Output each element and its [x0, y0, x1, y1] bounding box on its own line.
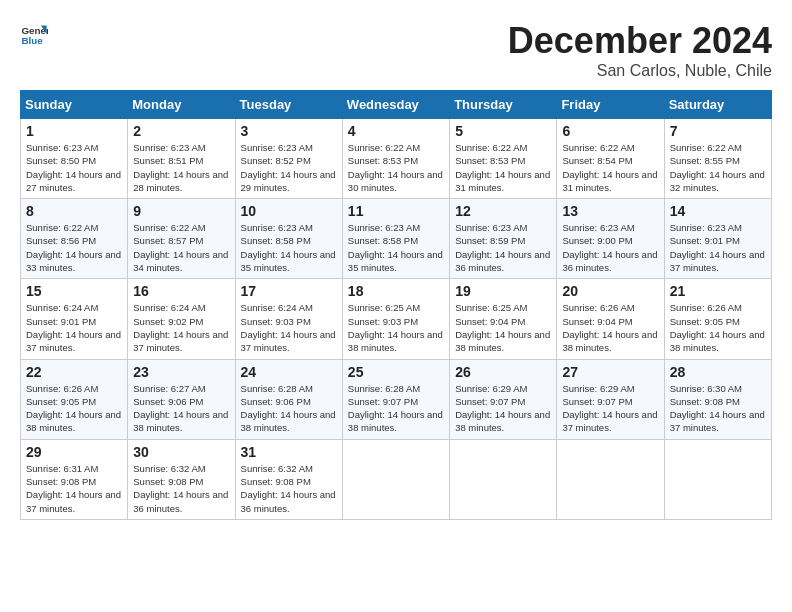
calendar-cell: 4Sunrise: 6:22 AM Sunset: 8:53 PM Daylig… — [342, 119, 449, 199]
day-number: 29 — [26, 444, 122, 460]
calendar-header-row: Sunday Monday Tuesday Wednesday Thursday… — [21, 91, 772, 119]
svg-text:Blue: Blue — [21, 35, 43, 46]
calendar-cell: 28Sunrise: 6:30 AM Sunset: 9:08 PM Dayli… — [664, 359, 771, 439]
calendar-cell — [664, 439, 771, 519]
calendar-cell: 10Sunrise: 6:23 AM Sunset: 8:58 PM Dayli… — [235, 199, 342, 279]
day-number: 14 — [670, 203, 766, 219]
day-number: 15 — [26, 283, 122, 299]
day-info: Sunrise: 6:23 AM Sunset: 8:52 PM Dayligh… — [241, 141, 337, 194]
calendar-cell: 1Sunrise: 6:23 AM Sunset: 8:50 PM Daylig… — [21, 119, 128, 199]
calendar-cell: 17Sunrise: 6:24 AM Sunset: 9:03 PM Dayli… — [235, 279, 342, 359]
calendar-cell: 9Sunrise: 6:22 AM Sunset: 8:57 PM Daylig… — [128, 199, 235, 279]
calendar-cell: 7Sunrise: 6:22 AM Sunset: 8:55 PM Daylig… — [664, 119, 771, 199]
col-monday: Monday — [128, 91, 235, 119]
col-tuesday: Tuesday — [235, 91, 342, 119]
day-number: 9 — [133, 203, 229, 219]
day-number: 6 — [562, 123, 658, 139]
calendar-cell: 27Sunrise: 6:29 AM Sunset: 9:07 PM Dayli… — [557, 359, 664, 439]
day-number: 7 — [670, 123, 766, 139]
day-number: 3 — [241, 123, 337, 139]
day-info: Sunrise: 6:28 AM Sunset: 9:06 PM Dayligh… — [241, 382, 337, 435]
day-info: Sunrise: 6:23 AM Sunset: 8:59 PM Dayligh… — [455, 221, 551, 274]
calendar-cell — [450, 439, 557, 519]
day-number: 12 — [455, 203, 551, 219]
day-info: Sunrise: 6:23 AM Sunset: 8:58 PM Dayligh… — [348, 221, 444, 274]
day-number: 11 — [348, 203, 444, 219]
day-info: Sunrise: 6:26 AM Sunset: 9:05 PM Dayligh… — [670, 301, 766, 354]
day-number: 2 — [133, 123, 229, 139]
day-number: 24 — [241, 364, 337, 380]
calendar-cell: 19Sunrise: 6:25 AM Sunset: 9:04 PM Dayli… — [450, 279, 557, 359]
day-number: 27 — [562, 364, 658, 380]
calendar-cell: 29Sunrise: 6:31 AM Sunset: 9:08 PM Dayli… — [21, 439, 128, 519]
calendar-cell: 20Sunrise: 6:26 AM Sunset: 9:04 PM Dayli… — [557, 279, 664, 359]
calendar-cell: 30Sunrise: 6:32 AM Sunset: 9:08 PM Dayli… — [128, 439, 235, 519]
day-number: 16 — [133, 283, 229, 299]
day-info: Sunrise: 6:30 AM Sunset: 9:08 PM Dayligh… — [670, 382, 766, 435]
day-info: Sunrise: 6:25 AM Sunset: 9:03 PM Dayligh… — [348, 301, 444, 354]
day-number: 31 — [241, 444, 337, 460]
day-number: 19 — [455, 283, 551, 299]
calendar-cell: 2Sunrise: 6:23 AM Sunset: 8:51 PM Daylig… — [128, 119, 235, 199]
calendar-cell: 11Sunrise: 6:23 AM Sunset: 8:58 PM Dayli… — [342, 199, 449, 279]
day-info: Sunrise: 6:22 AM Sunset: 8:55 PM Dayligh… — [670, 141, 766, 194]
calendar-cell — [557, 439, 664, 519]
day-number: 26 — [455, 364, 551, 380]
day-info: Sunrise: 6:27 AM Sunset: 9:06 PM Dayligh… — [133, 382, 229, 435]
day-number: 8 — [26, 203, 122, 219]
day-number: 20 — [562, 283, 658, 299]
calendar-subtitle: San Carlos, Nuble, Chile — [508, 62, 772, 80]
calendar-cell: 24Sunrise: 6:28 AM Sunset: 9:06 PM Dayli… — [235, 359, 342, 439]
day-info: Sunrise: 6:22 AM Sunset: 8:53 PM Dayligh… — [348, 141, 444, 194]
day-info: Sunrise: 6:22 AM Sunset: 8:57 PM Dayligh… — [133, 221, 229, 274]
calendar-cell: 12Sunrise: 6:23 AM Sunset: 8:59 PM Dayli… — [450, 199, 557, 279]
col-saturday: Saturday — [664, 91, 771, 119]
logo-icon: General Blue — [20, 20, 48, 48]
day-info: Sunrise: 6:28 AM Sunset: 9:07 PM Dayligh… — [348, 382, 444, 435]
calendar-week-row: 22Sunrise: 6:26 AM Sunset: 9:05 PM Dayli… — [21, 359, 772, 439]
calendar-week-row: 1Sunrise: 6:23 AM Sunset: 8:50 PM Daylig… — [21, 119, 772, 199]
day-info: Sunrise: 6:32 AM Sunset: 9:08 PM Dayligh… — [241, 462, 337, 515]
calendar-cell: 23Sunrise: 6:27 AM Sunset: 9:06 PM Dayli… — [128, 359, 235, 439]
calendar-cell: 5Sunrise: 6:22 AM Sunset: 8:53 PM Daylig… — [450, 119, 557, 199]
calendar-cell: 13Sunrise: 6:23 AM Sunset: 9:00 PM Dayli… — [557, 199, 664, 279]
calendar-cell: 25Sunrise: 6:28 AM Sunset: 9:07 PM Dayli… — [342, 359, 449, 439]
day-number: 28 — [670, 364, 766, 380]
page-header: General Blue December 2024 San Carlos, N… — [20, 20, 772, 80]
day-number: 21 — [670, 283, 766, 299]
day-number: 10 — [241, 203, 337, 219]
day-number: 25 — [348, 364, 444, 380]
day-info: Sunrise: 6:23 AM Sunset: 9:00 PM Dayligh… — [562, 221, 658, 274]
day-info: Sunrise: 6:23 AM Sunset: 8:58 PM Dayligh… — [241, 221, 337, 274]
calendar-cell: 14Sunrise: 6:23 AM Sunset: 9:01 PM Dayli… — [664, 199, 771, 279]
day-info: Sunrise: 6:22 AM Sunset: 8:56 PM Dayligh… — [26, 221, 122, 274]
calendar-cell: 16Sunrise: 6:24 AM Sunset: 9:02 PM Dayli… — [128, 279, 235, 359]
col-sunday: Sunday — [21, 91, 128, 119]
day-info: Sunrise: 6:24 AM Sunset: 9:03 PM Dayligh… — [241, 301, 337, 354]
calendar-cell: 6Sunrise: 6:22 AM Sunset: 8:54 PM Daylig… — [557, 119, 664, 199]
calendar-cell: 15Sunrise: 6:24 AM Sunset: 9:01 PM Dayli… — [21, 279, 128, 359]
day-info: Sunrise: 6:22 AM Sunset: 8:54 PM Dayligh… — [562, 141, 658, 194]
calendar-table: Sunday Monday Tuesday Wednesday Thursday… — [20, 90, 772, 520]
col-friday: Friday — [557, 91, 664, 119]
calendar-title: December 2024 — [508, 20, 772, 62]
calendar-week-row: 29Sunrise: 6:31 AM Sunset: 9:08 PM Dayli… — [21, 439, 772, 519]
day-number: 1 — [26, 123, 122, 139]
calendar-week-row: 8Sunrise: 6:22 AM Sunset: 8:56 PM Daylig… — [21, 199, 772, 279]
col-thursday: Thursday — [450, 91, 557, 119]
day-info: Sunrise: 6:26 AM Sunset: 9:04 PM Dayligh… — [562, 301, 658, 354]
day-info: Sunrise: 6:26 AM Sunset: 9:05 PM Dayligh… — [26, 382, 122, 435]
day-info: Sunrise: 6:23 AM Sunset: 9:01 PM Dayligh… — [670, 221, 766, 274]
calendar-cell: 8Sunrise: 6:22 AM Sunset: 8:56 PM Daylig… — [21, 199, 128, 279]
calendar-cell: 21Sunrise: 6:26 AM Sunset: 9:05 PM Dayli… — [664, 279, 771, 359]
day-number: 17 — [241, 283, 337, 299]
day-number: 18 — [348, 283, 444, 299]
day-info: Sunrise: 6:29 AM Sunset: 9:07 PM Dayligh… — [455, 382, 551, 435]
day-info: Sunrise: 6:24 AM Sunset: 9:01 PM Dayligh… — [26, 301, 122, 354]
day-number: 13 — [562, 203, 658, 219]
logo: General Blue — [20, 20, 48, 48]
title-block: December 2024 San Carlos, Nuble, Chile — [508, 20, 772, 80]
day-info: Sunrise: 6:31 AM Sunset: 9:08 PM Dayligh… — [26, 462, 122, 515]
day-number: 4 — [348, 123, 444, 139]
calendar-cell: 18Sunrise: 6:25 AM Sunset: 9:03 PM Dayli… — [342, 279, 449, 359]
